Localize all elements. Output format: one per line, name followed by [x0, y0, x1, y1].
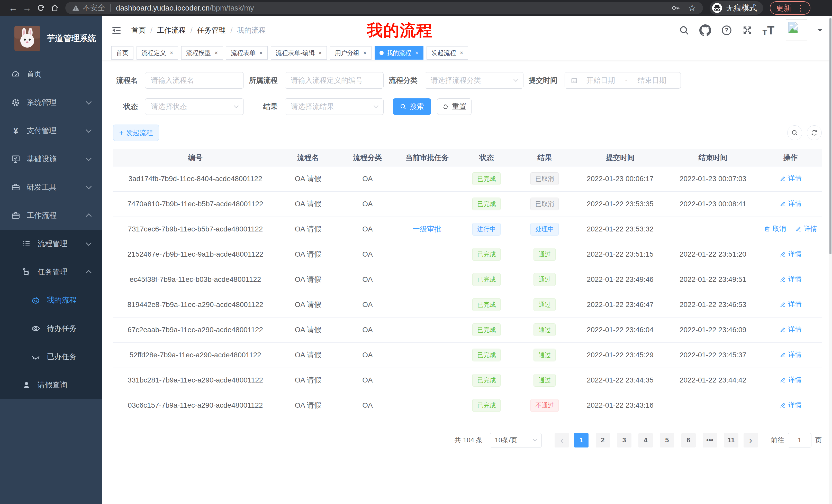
table-column-header: 提交时间 — [574, 149, 667, 166]
tab-close-icon[interactable]: × — [460, 49, 463, 57]
page-number-button[interactable]: 1 — [574, 433, 589, 447]
status-select[interactable]: 请选择状态 — [145, 99, 244, 115]
app-logo-row[interactable]: 芋道管理系统 — [0, 16, 102, 60]
sidebar-item[interactable]: ¥ 研发工具 — [0, 173, 102, 201]
tab-close-icon[interactable]: × — [363, 49, 367, 57]
detail-button[interactable]: 详情 — [780, 375, 802, 384]
sidebar-item[interactable]: ¥ 支付管理 — [0, 117, 102, 145]
detail-button-label: 详情 — [788, 275, 802, 284]
sidebar-item[interactable]: ¥ 请假查询 — [0, 371, 102, 399]
sidebar-item[interactable]: ¥ 待办任务 — [0, 314, 102, 343]
sidebar-item[interactable]: ¥ 工作流程 — [0, 201, 102, 230]
view-tab[interactable]: 流程表单 × — [226, 46, 268, 60]
browser-home-button[interactable] — [48, 2, 62, 14]
prev-page-button[interactable]: ‹ — [554, 433, 569, 447]
page-number-button[interactable]: 11 — [724, 433, 738, 447]
status-label: 状态 — [113, 102, 138, 111]
help-icon[interactable]: ? — [721, 25, 732, 36]
detail-button[interactable]: 详情 — [780, 325, 802, 334]
window-scrollbar[interactable] — [829, 16, 832, 504]
view-tab[interactable]: 首页 — [111, 46, 133, 60]
page-number-button[interactable]: ••• — [703, 433, 717, 447]
avatar-dropdown-caret-icon[interactable] — [817, 29, 823, 34]
page-number-button[interactable]: 4 — [639, 433, 653, 447]
sidebar-item[interactable]: ¥ 我的流程 — [0, 286, 102, 314]
reset-button[interactable]: 重置 — [437, 99, 471, 115]
github-icon[interactable] — [699, 24, 711, 36]
sidebar-item[interactable]: ¥ 任务管理 — [0, 258, 102, 286]
page-number-button[interactable]: 5 — [660, 433, 674, 447]
show-search-toggle-button[interactable] — [787, 125, 802, 140]
view-tab[interactable]: 我的流程 × — [374, 46, 423, 60]
chevron-icon — [86, 214, 92, 219]
bookmark-star-icon[interactable]: ☆ — [688, 3, 696, 13]
cell-category: OA — [338, 393, 396, 418]
security-label[interactable]: 不安全 — [83, 3, 105, 13]
detail-button[interactable]: 详情 — [780, 300, 802, 309]
cell-end-time: 2022-01-22 23:51:20 — [667, 242, 759, 267]
detail-button[interactable]: 详情 — [795, 224, 817, 233]
sidebar-item[interactable]: ¥ 系统管理 — [0, 88, 102, 117]
avatar[interactable] — [786, 20, 807, 41]
sidebar-item[interactable]: ¥ 首页 — [0, 60, 102, 88]
tab-close-icon[interactable]: × — [318, 49, 322, 57]
process-def-input[interactable] — [285, 72, 384, 89]
search-button[interactable]: 搜索 — [393, 99, 431, 115]
detail-button[interactable]: 详情 — [780, 199, 802, 208]
tab-close-icon[interactable]: × — [415, 49, 419, 57]
result-select[interactable]: 请选择流结果 — [285, 99, 384, 115]
detail-button[interactable]: 详情 — [780, 400, 802, 410]
next-page-button[interactable]: › — [744, 433, 758, 447]
font-size-icon[interactable]: TT — [762, 24, 774, 36]
scrollbar-thumb[interactable] — [829, 18, 831, 254]
category-select[interactable]: 请选择流程分类 — [425, 72, 523, 89]
process-name-input[interactable] — [145, 72, 244, 89]
cancel-button[interactable]: 取消 — [764, 224, 786, 233]
edit-pen-icon — [780, 276, 786, 283]
browser-reload-button[interactable] — [34, 2, 48, 14]
cancel-button-label: 取消 — [773, 224, 786, 233]
goto-page-input[interactable] — [788, 433, 811, 447]
cell-process-id: 7470a810-7b9b-11ec-b5b7-acde48001122 — [113, 191, 278, 217]
detail-button[interactable]: 详情 — [780, 350, 802, 359]
submit-time-range-picker[interactable]: 开始日期 - 结束日期 — [565, 72, 681, 89]
table-column-header: 操作 — [759, 149, 822, 166]
view-tab[interactable]: 发起流程 × — [426, 46, 468, 60]
page-number-button[interactable]: 2 — [596, 433, 610, 447]
breadcrumb-task-mgmt[interactable]: 任务管理 — [197, 25, 226, 35]
menu-icon: ¥ — [21, 381, 32, 390]
sidebar-item[interactable]: ¥ 流程管理 — [0, 230, 102, 258]
sidebar-item[interactable]: ¥ 基础设施 — [0, 145, 102, 173]
cell-submit-time: 2022-01-22 23:45:29 — [574, 342, 667, 368]
detail-button[interactable]: 详情 — [780, 249, 802, 258]
browser-back-button[interactable]: ← — [6, 2, 20, 14]
tab-close-icon[interactable]: × — [259, 49, 263, 57]
view-tab[interactable]: 流程模型 × — [181, 46, 223, 60]
detail-button[interactable]: 详情 — [780, 275, 802, 284]
address-bar[interactable]: 不安全 dashboard.yudao.iocoder.cn/bpm/task/… — [65, 2, 703, 14]
page-number-button[interactable]: 6 — [681, 433, 696, 447]
breadcrumb-home[interactable]: 首页 — [131, 25, 146, 35]
tab-close-icon[interactable]: × — [214, 49, 218, 57]
browser-menu-icon[interactable]: ⋮ — [797, 4, 804, 12]
update-label[interactable]: 更新 — [776, 3, 791, 13]
browser-forward-button[interactable]: → — [20, 2, 34, 14]
view-tab[interactable]: 用户分组 × — [330, 46, 371, 60]
detail-button[interactable]: 详情 — [780, 174, 802, 183]
tab-close-icon[interactable]: × — [170, 49, 173, 57]
fullscreen-icon[interactable] — [742, 25, 753, 36]
browser-update-button[interactable]: 更新 ⋮ — [770, 1, 810, 15]
page-number-button[interactable]: 3 — [617, 433, 631, 447]
current-task-link[interactable]: 一级审批 — [413, 225, 441, 233]
create-process-button[interactable]: + 发起流程 — [113, 124, 159, 141]
breadcrumb-workflow[interactable]: 工作流程 — [157, 25, 186, 35]
sidebar-collapse-icon[interactable] — [111, 25, 122, 35]
refresh-table-button[interactable] — [807, 125, 822, 140]
not-secure-warning-icon — [72, 4, 80, 12]
page-size-select[interactable]: 10条/页 — [490, 433, 542, 447]
view-tab[interactable]: 流程定义 × — [136, 46, 178, 60]
view-tab[interactable]: 流程表单-编辑 × — [271, 46, 327, 60]
sidebar-item[interactable]: ¥ 已办任务 — [0, 343, 102, 371]
search-icon[interactable] — [679, 25, 690, 36]
password-key-icon[interactable] — [671, 3, 680, 12]
